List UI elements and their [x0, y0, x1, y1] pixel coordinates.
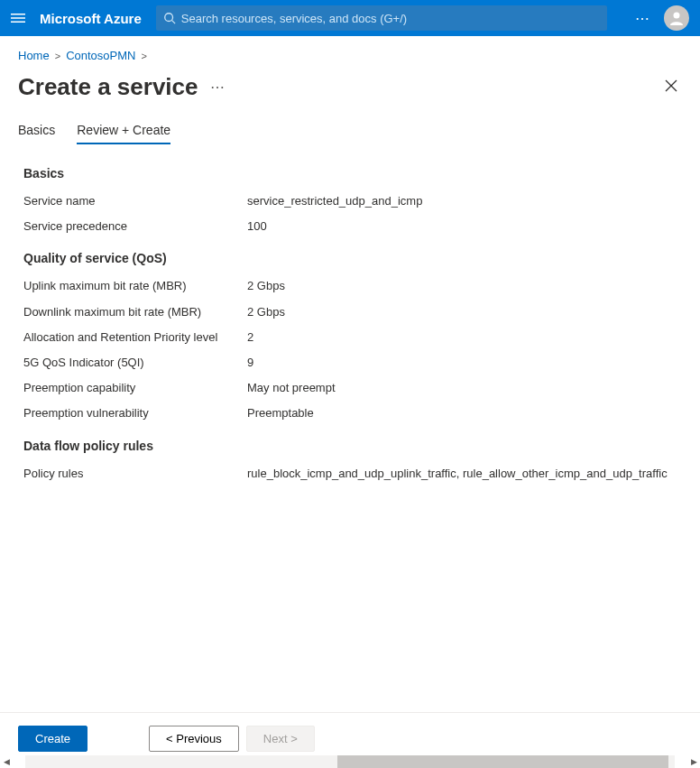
- field-value: 100: [247, 218, 267, 235]
- field-value: 2: [247, 329, 253, 346]
- chevron-right-icon: >: [141, 51, 146, 61]
- scroll-thumb[interactable]: [337, 755, 668, 768]
- chevron-right-icon: >: [55, 51, 60, 61]
- field-row: 5G QoS Indicator (5QI)9: [23, 355, 677, 371]
- search-placeholder: Search resources, services, and docs (G+…: [181, 12, 407, 25]
- field-row: Preemption capabilityMay not preempt: [23, 380, 677, 396]
- field-row: Downlink maximum bit rate (MBR)2 Gbps: [23, 304, 677, 320]
- field-row: Allocation and Retention Priority level2: [23, 329, 677, 346]
- section-qos-heading: Quality of service (QoS): [23, 251, 677, 265]
- page-title: Create a service: [18, 73, 198, 101]
- field-row: Uplink maximum bit rate (MBR)2 Gbps: [23, 278, 677, 294]
- field-label: Uplink maximum bit rate (MBR): [23, 278, 247, 294]
- field-row: Service precedence100: [23, 218, 677, 235]
- field-label: Service name: [23, 193, 247, 209]
- field-row: Preemption vulnerabilityPreemptable: [23, 405, 677, 421]
- previous-button[interactable]: < Previous: [149, 726, 239, 752]
- next-button: Next >: [246, 726, 315, 752]
- more-icon[interactable]: ⋯: [635, 10, 651, 27]
- review-content: Basics Service nameservice_restricted_ud…: [0, 166, 700, 482]
- field-label: Service precedence: [23, 218, 247, 235]
- breadcrumb-contosopmn[interactable]: ContosoPMN: [66, 49, 135, 62]
- svg-point-5: [674, 13, 680, 19]
- field-label: Allocation and Retention Priority level: [23, 329, 247, 346]
- search-icon: [163, 12, 176, 24]
- tab-review-create[interactable]: Review + Create: [77, 116, 170, 144]
- close-button[interactable]: [660, 75, 682, 100]
- field-value: 9: [247, 355, 253, 371]
- tab-bar: Basics Review + Create: [0, 116, 700, 144]
- breadcrumb: Home > ContosoPMN >: [0, 36, 700, 69]
- field-value: service_restricted_udp_and_icmp: [247, 193, 422, 209]
- scroll-track[interactable]: [25, 755, 675, 768]
- field-label: Policy rules: [23, 466, 247, 482]
- svg-rect-2: [11, 22, 25, 23]
- horizontal-scrollbar[interactable]: ◀ ▶: [0, 755, 700, 768]
- svg-rect-1: [11, 17, 25, 19]
- svg-line-4: [171, 21, 175, 24]
- field-label: Preemption vulnerability: [23, 405, 247, 421]
- field-value: 2 Gbps: [247, 278, 285, 294]
- svg-rect-0: [11, 14, 25, 15]
- field-value: rule_block_icmp_and_udp_uplink_traffic, …: [247, 466, 668, 482]
- section-dataflow-heading: Data flow policy rules: [23, 439, 677, 453]
- field-value: May not preempt: [247, 380, 336, 396]
- avatar[interactable]: [664, 5, 689, 31]
- field-label: 5G QoS Indicator (5QI): [23, 355, 247, 371]
- scroll-right-icon[interactable]: ▶: [687, 757, 700, 766]
- title-more-icon[interactable]: ⋯: [210, 79, 226, 96]
- field-value: 2 Gbps: [247, 304, 285, 320]
- field-row: Policy rulesrule_block_icmp_and_udp_upli…: [23, 466, 677, 482]
- svg-point-3: [165, 14, 173, 22]
- scroll-left-icon[interactable]: ◀: [0, 757, 13, 766]
- hamburger-icon[interactable]: [11, 11, 25, 25]
- field-value: Preemptable: [247, 405, 314, 421]
- create-button[interactable]: Create: [18, 726, 88, 752]
- breadcrumb-home[interactable]: Home: [18, 49, 50, 62]
- brand-label[interactable]: Microsoft Azure: [40, 11, 142, 26]
- top-bar: Microsoft Azure Search resources, servic…: [0, 0, 700, 36]
- field-label: Preemption capability: [23, 380, 247, 396]
- section-basics-heading: Basics: [23, 166, 677, 180]
- field-row: Service nameservice_restricted_udp_and_i…: [23, 193, 677, 209]
- tab-basics[interactable]: Basics: [18, 116, 55, 144]
- search-input[interactable]: Search resources, services, and docs (G+…: [156, 5, 607, 31]
- footer-actions: Create < Previous Next >: [0, 712, 700, 752]
- field-label: Downlink maximum bit rate (MBR): [23, 304, 247, 320]
